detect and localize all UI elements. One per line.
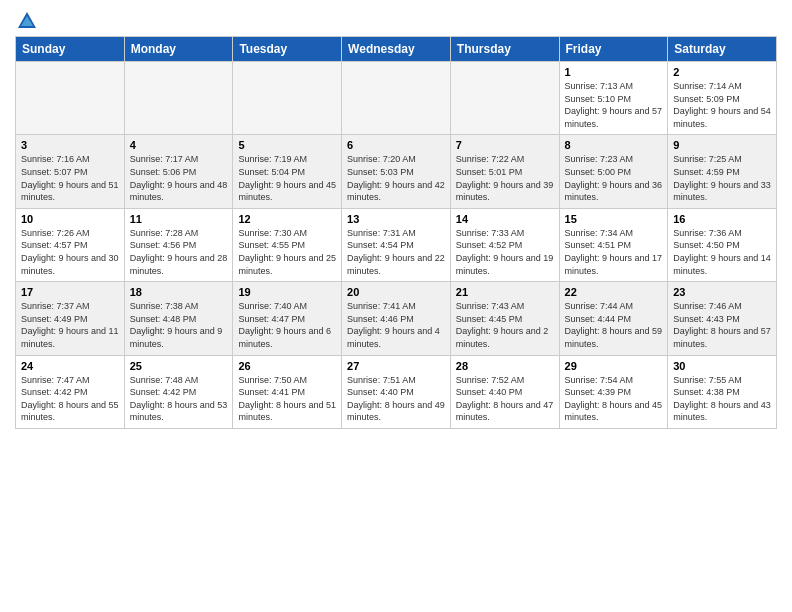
calendar-week-row: 3Sunrise: 7:16 AM Sunset: 5:07 PM Daylig… (16, 135, 777, 208)
day-number: 5 (238, 139, 336, 151)
day-info: Sunrise: 7:43 AM Sunset: 4:45 PM Dayligh… (456, 300, 554, 350)
day-info: Sunrise: 7:34 AM Sunset: 4:51 PM Dayligh… (565, 227, 663, 277)
day-number: 20 (347, 286, 445, 298)
calendar-cell: 19Sunrise: 7:40 AM Sunset: 4:47 PM Dayli… (233, 282, 342, 355)
day-number: 28 (456, 360, 554, 372)
day-number: 13 (347, 213, 445, 225)
day-info: Sunrise: 7:41 AM Sunset: 4:46 PM Dayligh… (347, 300, 445, 350)
calendar-cell: 23Sunrise: 7:46 AM Sunset: 4:43 PM Dayli… (668, 282, 777, 355)
calendar-cell (450, 62, 559, 135)
weekday-header-tuesday: Tuesday (233, 37, 342, 62)
day-info: Sunrise: 7:46 AM Sunset: 4:43 PM Dayligh… (673, 300, 771, 350)
calendar-cell: 15Sunrise: 7:34 AM Sunset: 4:51 PM Dayli… (559, 208, 668, 281)
calendar-cell: 21Sunrise: 7:43 AM Sunset: 4:45 PM Dayli… (450, 282, 559, 355)
calendar-cell: 10Sunrise: 7:26 AM Sunset: 4:57 PM Dayli… (16, 208, 125, 281)
weekday-header-thursday: Thursday (450, 37, 559, 62)
calendar-cell: 30Sunrise: 7:55 AM Sunset: 4:38 PM Dayli… (668, 355, 777, 428)
calendar-cell: 18Sunrise: 7:38 AM Sunset: 4:48 PM Dayli… (124, 282, 233, 355)
weekday-header-friday: Friday (559, 37, 668, 62)
day-number: 22 (565, 286, 663, 298)
day-info: Sunrise: 7:19 AM Sunset: 5:04 PM Dayligh… (238, 153, 336, 203)
day-number: 14 (456, 213, 554, 225)
day-info: Sunrise: 7:40 AM Sunset: 4:47 PM Dayligh… (238, 300, 336, 350)
weekday-header-wednesday: Wednesday (342, 37, 451, 62)
day-info: Sunrise: 7:26 AM Sunset: 4:57 PM Dayligh… (21, 227, 119, 277)
calendar-cell: 25Sunrise: 7:48 AM Sunset: 4:42 PM Dayli… (124, 355, 233, 428)
calendar-cell: 1Sunrise: 7:13 AM Sunset: 5:10 PM Daylig… (559, 62, 668, 135)
calendar-cell: 7Sunrise: 7:22 AM Sunset: 5:01 PM Daylig… (450, 135, 559, 208)
day-info: Sunrise: 7:50 AM Sunset: 4:41 PM Dayligh… (238, 374, 336, 424)
calendar-cell: 16Sunrise: 7:36 AM Sunset: 4:50 PM Dayli… (668, 208, 777, 281)
day-number: 3 (21, 139, 119, 151)
calendar-cell (16, 62, 125, 135)
calendar-cell: 8Sunrise: 7:23 AM Sunset: 5:00 PM Daylig… (559, 135, 668, 208)
calendar-cell (124, 62, 233, 135)
day-info: Sunrise: 7:55 AM Sunset: 4:38 PM Dayligh… (673, 374, 771, 424)
calendar-cell: 14Sunrise: 7:33 AM Sunset: 4:52 PM Dayli… (450, 208, 559, 281)
day-info: Sunrise: 7:33 AM Sunset: 4:52 PM Dayligh… (456, 227, 554, 277)
day-info: Sunrise: 7:36 AM Sunset: 4:50 PM Dayligh… (673, 227, 771, 277)
page-container: SundayMondayTuesdayWednesdayThursdayFrid… (0, 0, 792, 439)
day-info: Sunrise: 7:17 AM Sunset: 5:06 PM Dayligh… (130, 153, 228, 203)
day-number: 27 (347, 360, 445, 372)
day-number: 8 (565, 139, 663, 151)
day-number: 11 (130, 213, 228, 225)
day-number: 17 (21, 286, 119, 298)
day-number: 18 (130, 286, 228, 298)
day-info: Sunrise: 7:48 AM Sunset: 4:42 PM Dayligh… (130, 374, 228, 424)
day-info: Sunrise: 7:38 AM Sunset: 4:48 PM Dayligh… (130, 300, 228, 350)
day-number: 23 (673, 286, 771, 298)
day-info: Sunrise: 7:44 AM Sunset: 4:44 PM Dayligh… (565, 300, 663, 350)
day-info: Sunrise: 7:52 AM Sunset: 4:40 PM Dayligh… (456, 374, 554, 424)
day-info: Sunrise: 7:51 AM Sunset: 4:40 PM Dayligh… (347, 374, 445, 424)
day-number: 19 (238, 286, 336, 298)
day-number: 1 (565, 66, 663, 78)
calendar-cell: 5Sunrise: 7:19 AM Sunset: 5:04 PM Daylig… (233, 135, 342, 208)
calendar-cell: 24Sunrise: 7:47 AM Sunset: 4:42 PM Dayli… (16, 355, 125, 428)
day-number: 24 (21, 360, 119, 372)
day-info: Sunrise: 7:54 AM Sunset: 4:39 PM Dayligh… (565, 374, 663, 424)
day-info: Sunrise: 7:30 AM Sunset: 4:55 PM Dayligh… (238, 227, 336, 277)
day-info: Sunrise: 7:13 AM Sunset: 5:10 PM Dayligh… (565, 80, 663, 130)
day-info: Sunrise: 7:14 AM Sunset: 5:09 PM Dayligh… (673, 80, 771, 130)
calendar-week-row: 24Sunrise: 7:47 AM Sunset: 4:42 PM Dayli… (16, 355, 777, 428)
day-number: 21 (456, 286, 554, 298)
logo-icon (16, 10, 38, 32)
calendar-cell: 20Sunrise: 7:41 AM Sunset: 4:46 PM Dayli… (342, 282, 451, 355)
day-number: 2 (673, 66, 771, 78)
calendar-cell: 9Sunrise: 7:25 AM Sunset: 4:59 PM Daylig… (668, 135, 777, 208)
calendar-cell: 4Sunrise: 7:17 AM Sunset: 5:06 PM Daylig… (124, 135, 233, 208)
calendar-cell: 11Sunrise: 7:28 AM Sunset: 4:56 PM Dayli… (124, 208, 233, 281)
calendar-cell: 17Sunrise: 7:37 AM Sunset: 4:49 PM Dayli… (16, 282, 125, 355)
weekday-header-sunday: Sunday (16, 37, 125, 62)
header (15, 10, 777, 30)
day-info: Sunrise: 7:31 AM Sunset: 4:54 PM Dayligh… (347, 227, 445, 277)
day-number: 10 (21, 213, 119, 225)
calendar-cell: 26Sunrise: 7:50 AM Sunset: 4:41 PM Dayli… (233, 355, 342, 428)
day-number: 26 (238, 360, 336, 372)
day-info: Sunrise: 7:47 AM Sunset: 4:42 PM Dayligh… (21, 374, 119, 424)
calendar-week-row: 1Sunrise: 7:13 AM Sunset: 5:10 PM Daylig… (16, 62, 777, 135)
day-number: 15 (565, 213, 663, 225)
day-info: Sunrise: 7:20 AM Sunset: 5:03 PM Dayligh… (347, 153, 445, 203)
day-info: Sunrise: 7:25 AM Sunset: 4:59 PM Dayligh… (673, 153, 771, 203)
day-number: 7 (456, 139, 554, 151)
day-info: Sunrise: 7:28 AM Sunset: 4:56 PM Dayligh… (130, 227, 228, 277)
calendar-cell: 2Sunrise: 7:14 AM Sunset: 5:09 PM Daylig… (668, 62, 777, 135)
calendar-cell: 28Sunrise: 7:52 AM Sunset: 4:40 PM Dayli… (450, 355, 559, 428)
weekday-header-row: SundayMondayTuesdayWednesdayThursdayFrid… (16, 37, 777, 62)
logo (15, 10, 38, 30)
day-number: 12 (238, 213, 336, 225)
calendar-cell (233, 62, 342, 135)
day-number: 4 (130, 139, 228, 151)
day-number: 25 (130, 360, 228, 372)
calendar-cell: 6Sunrise: 7:20 AM Sunset: 5:03 PM Daylig… (342, 135, 451, 208)
day-number: 30 (673, 360, 771, 372)
calendar-cell: 3Sunrise: 7:16 AM Sunset: 5:07 PM Daylig… (16, 135, 125, 208)
calendar-cell: 29Sunrise: 7:54 AM Sunset: 4:39 PM Dayli… (559, 355, 668, 428)
day-info: Sunrise: 7:16 AM Sunset: 5:07 PM Dayligh… (21, 153, 119, 203)
day-number: 16 (673, 213, 771, 225)
day-info: Sunrise: 7:37 AM Sunset: 4:49 PM Dayligh… (21, 300, 119, 350)
calendar-week-row: 17Sunrise: 7:37 AM Sunset: 4:49 PM Dayli… (16, 282, 777, 355)
day-number: 9 (673, 139, 771, 151)
